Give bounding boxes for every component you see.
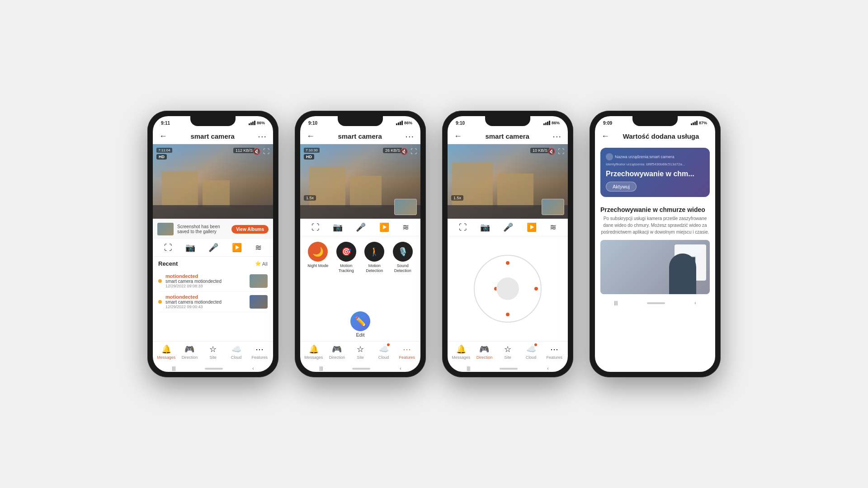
ctrl-record-1[interactable]: ▶️	[232, 243, 242, 253]
more-btn-3[interactable]: ···	[552, 131, 561, 141]
recent-title: Recent	[158, 260, 178, 267]
expand-icon-3[interactable]: ⛶	[558, 148, 564, 155]
phone-3: 9:10 86% ← smart camera ···	[442, 111, 573, 377]
ctrl-expand-1[interactable]: ⛶	[164, 243, 172, 253]
night-mode-icon: 🌙	[308, 242, 328, 262]
ctrl-ptz-3[interactable]: ≋	[550, 222, 557, 232]
notch-2	[338, 116, 383, 126]
ctrl-ptz-2[interactable]: ≋	[402, 222, 409, 232]
joystick-outer[interactable]	[474, 255, 542, 323]
mute-icon-2[interactable]: 🔇	[400, 148, 408, 155]
feature-motion-tracking[interactable]: 🎯 Motion Tracking	[334, 242, 359, 302]
ctrl-snap-1[interactable]: 📷	[185, 243, 195, 253]
android-btn-bars-1[interactable]: |||	[172, 366, 175, 371]
nav-item-site-2[interactable]: ☆ Site	[349, 344, 371, 360]
android-btn-bars-3[interactable]: |||	[467, 366, 470, 371]
more-btn-2[interactable]: ···	[405, 131, 414, 141]
bottom-nav-3: 🔔 Messages 🎮 Direction ☆ Site ☁️ Cloud ⋯	[448, 341, 568, 364]
ctrl-snap-2[interactable]: 📷	[333, 222, 343, 232]
nav-item-direction-3[interactable]: 🎮 Direction	[473, 344, 495, 360]
alert-time-2: 12/29/2022 09:00:43	[165, 305, 246, 309]
back-btn-2[interactable]: ←	[307, 131, 315, 141]
android-btn-bars-4[interactable]: |||	[614, 300, 618, 305]
sound-detection-icon: 🎙️	[393, 242, 413, 262]
ctrl-record-3[interactable]: ▶️	[527, 222, 537, 232]
hd-badge-2: HD	[304, 154, 314, 160]
joystick-dot-bottom	[506, 313, 509, 316]
pip-thumb-2	[394, 199, 417, 215]
status-icons-2: 86%	[396, 121, 412, 125]
nav-item-messages-2[interactable]: 🔔 Messages	[303, 344, 325, 360]
android-btn-back-2[interactable]: ‹	[400, 366, 401, 371]
home-indicator-4[interactable]	[647, 302, 665, 304]
ctrl-snap-3[interactable]: 📷	[480, 222, 490, 232]
cloud-card-title: Przechowywanie w chm...	[606, 170, 704, 178]
nav-item-direction-2[interactable]: 🎮 Direction	[326, 344, 348, 360]
nav-item-features-3[interactable]: ⋯ Features	[543, 344, 565, 360]
nav-item-messages-1[interactable]: 🔔 Messages	[156, 344, 177, 360]
more-btn-1[interactable]: ···	[258, 131, 267, 141]
nav-title-2: smart camera	[338, 132, 382, 140]
edit-section[interactable]: ✏️ Edit	[300, 308, 420, 341]
screenshot-notif: Screenshot has been saved to the gallery…	[153, 219, 273, 239]
back-btn-3[interactable]: ←	[454, 131, 462, 141]
nav-item-features-1[interactable]: ⋯ Features	[249, 344, 270, 360]
ctrl-record-2[interactable]: ▶️	[379, 222, 389, 232]
back-btn-4[interactable]: ←	[601, 131, 609, 141]
time-badge-1: 7:11:04	[156, 148, 172, 153]
nav-item-direction-1[interactable]: 🎮 Direction	[179, 344, 200, 360]
android-btn-back-3[interactable]: ‹	[547, 366, 548, 371]
back-btn-1[interactable]: ←	[159, 131, 167, 141]
camera-view-2: 7:10:30 HD 26 KB/S 🔇 ⛶ 1.5x	[300, 144, 420, 219]
nav-item-features-2[interactable]: ⋯ Features	[396, 344, 418, 360]
nav-item-cloud-1[interactable]: ☁️ Cloud	[226, 344, 247, 360]
expand-icon-2[interactable]: ⛶	[410, 148, 417, 155]
cloud-promo-card: Nazwa urządzenia:smart camera Identyfika…	[600, 148, 710, 197]
features-grid: 🌙 Night Mode 🎯 Motion Tracking 🚶 Motion …	[300, 236, 420, 308]
nav-item-site-1[interactable]: ☆ Site	[202, 344, 224, 360]
ctrl-ptz-1[interactable]: ≋	[255, 243, 262, 253]
recent-all[interactable]: ⭐ All	[255, 261, 268, 267]
android-btn-back-1[interactable]: ‹	[252, 366, 254, 371]
alert-type-1: motiondected	[165, 273, 246, 279]
mute-icon-3[interactable]: 🔇	[547, 148, 555, 155]
motion-tracking-label: Motion Tracking	[334, 263, 359, 273]
nav-item-cloud-3[interactable]: ☁️ Cloud	[520, 344, 542, 360]
ctrl-mic-1[interactable]: 🎤	[208, 243, 218, 253]
ctrl-mic-3[interactable]: 🎤	[503, 222, 513, 232]
controls-row-1: ⛶ 📷 🎤 ▶️ ≋	[153, 239, 273, 257]
sound-detection-label: Sound Detection	[391, 263, 415, 273]
night-mode-label: Night Mode	[307, 263, 328, 268]
home-indicator-3[interactable]	[500, 368, 518, 370]
vas-desc: Po subskrypcji usługi kamera prześle zas…	[595, 215, 715, 235]
speed-badge-2: 26 KB/S	[383, 148, 402, 153]
vas-section-title: Przechowywanie w chmurze wideo	[595, 201, 715, 215]
motion-detection-icon: 🚶	[364, 242, 384, 262]
feature-motion-detection[interactable]: 🚶 Motion Detection	[362, 242, 387, 302]
android-btn-bars-2[interactable]: |||	[319, 366, 323, 371]
ctrl-expand-3[interactable]: ⛶	[459, 223, 467, 232]
nav-title-3: smart camera	[485, 132, 529, 140]
activate-btn[interactable]: Aktywuj	[606, 182, 637, 192]
controls-row-3: ⛶ 📷 🎤 ▶️ ≋	[448, 219, 568, 236]
view-albums-btn[interactable]: View Albums	[231, 225, 269, 234]
ctrl-expand-2[interactable]: ⛶	[311, 223, 320, 232]
feature-sound-detection[interactable]: 🎙️ Sound Detection	[391, 242, 415, 302]
mute-icon-1[interactable]: 🔇	[253, 148, 260, 155]
joystick-area	[448, 236, 568, 341]
android-btn-back-4[interactable]: ‹	[694, 300, 696, 305]
home-indicator-2[interactable]	[352, 368, 370, 370]
joystick-dot-right	[534, 287, 538, 291]
phone-2: 9:10 86% ← smart camera ···	[295, 111, 426, 377]
home-indicator-1[interactable]	[205, 368, 223, 370]
feature-night-mode[interactable]: 🌙 Night Mode	[306, 242, 330, 302]
expand-icon-1[interactable]: ⛶	[263, 148, 269, 155]
ctrl-mic-2[interactable]: 🎤	[356, 222, 366, 232]
nav-item-messages-3[interactable]: 🔔 Messages	[450, 344, 472, 360]
zoom-badge-3: 1.5x	[451, 195, 463, 201]
alert-dot-2	[158, 300, 162, 304]
joystick-center[interactable]	[496, 277, 519, 300]
controls-row-2: ⛶ 📷 🎤 ▶️ ≋	[300, 219, 420, 236]
nav-item-site-3[interactable]: ☆ Site	[497, 344, 519, 360]
nav-item-cloud-2[interactable]: ☁️ Cloud	[373, 344, 395, 360]
